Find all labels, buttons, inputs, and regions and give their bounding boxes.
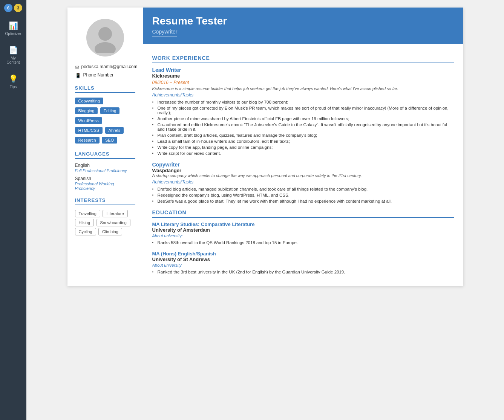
- interest-cycling: Cycling: [75, 228, 96, 235]
- contact-email-row: ✉ poduska.martin@gmail.com: [75, 64, 135, 70]
- bullet-item: Increased the number of monthly visitors…: [152, 99, 454, 105]
- bullet-item: Ranked the 3rd best university in the UK…: [152, 269, 454, 275]
- edu-amsterdam: MA Literary Studies: Comparative Literat…: [152, 221, 454, 246]
- education-title: EDUCATION: [152, 209, 454, 218]
- sidebar-label-tips: Tips: [10, 85, 17, 89]
- bullet-item: Plan content, draft blog articles, quizz…: [152, 132, 454, 138]
- optimizer-icon: 📊: [9, 21, 18, 30]
- language-spanish: Spanish Professional Working Proficiency: [75, 176, 135, 191]
- skill-wordpress: WordPress: [75, 117, 102, 124]
- edu-bullets-st-andrews: Ranked the 3rd best university in the UK…: [152, 269, 454, 275]
- lang-english-name: English: [75, 163, 135, 168]
- bullet-item: Write copy for the app, landing page, an…: [152, 144, 454, 150]
- contact-email: poduska.martin@gmail.com: [81, 64, 138, 69]
- edu-about-st-andrews: About university: [152, 263, 454, 267]
- skill-blogging: Blogging: [75, 107, 98, 114]
- bullet-item: Drafted blog articles, managed publicati…: [152, 186, 454, 192]
- job-bullets-waspdanger: Drafted blog articles, managed publicati…: [152, 186, 454, 204]
- edu-about-amsterdam: About university:: [152, 234, 454, 238]
- interest-climbing: Climbing: [98, 228, 122, 235]
- bullet-item: Write script for our video content.: [152, 150, 454, 156]
- skills-row-1: Copywriting: [75, 97, 135, 105]
- interest-snowboarding: Snowboarding: [97, 219, 130, 226]
- bullet-item: BeeSafe was a good place to start. They …: [152, 198, 454, 204]
- phone-icon: 📱: [75, 73, 81, 78]
- edu-school-amsterdam: University of Amsterdam: [152, 227, 454, 233]
- job-company-waspdanger: Waspdanger: [152, 168, 454, 173]
- sidebar-item-my-content[interactable]: 📄 My Content: [2, 43, 25, 67]
- bullet-item: One of my pieces got corrected by Elon M…: [152, 105, 454, 116]
- avatar: [86, 19, 124, 57]
- skills-row-3: WordPress: [75, 116, 135, 125]
- job-copywriter: Copywriter Waspdanger A startup company …: [152, 162, 454, 204]
- contact-phone-row: 📱 Phone Number: [75, 72, 135, 78]
- contact-phone: Phone Number: [83, 72, 114, 78]
- edu-degree-amsterdam: MA Literary Studies: Comparative Literat…: [152, 221, 454, 227]
- resume-name: Resume Tester: [152, 15, 454, 27]
- edu-school-st-andrews: University of St Andrews: [152, 257, 454, 262]
- job-title-lead-writer: Lead Writer: [152, 67, 454, 73]
- lang-spanish-name: Spanish: [75, 176, 135, 181]
- interests-title: INTERESTS: [75, 197, 135, 205]
- skills-container: Copywriting Blogging Editing WordPress H…: [75, 97, 135, 144]
- skills-row-4: HTML/CSS Ahrefs: [75, 126, 135, 134]
- main-area: ✉ poduska.martin@gmail.com 📱 Phone Numbe…: [26, 0, 504, 420]
- resume-header: Resume Tester Copywriter: [143, 8, 463, 44]
- resume-job-title: Copywriter: [152, 29, 178, 37]
- bullet-item: Lead a small tam of in-house writers and…: [152, 138, 454, 144]
- job-lead-writer: Lead Writer Kickresume 09/2016 – Present…: [152, 67, 454, 156]
- job-desc-waspdanger: A startup company which seeks to change …: [152, 173, 454, 178]
- content-icon: 📄: [9, 46, 18, 55]
- skill-seo: SEO: [102, 137, 117, 144]
- work-experience-title: WORK EXPERIENCE: [152, 55, 454, 63]
- right-content: WORK EXPERIENCE Lead Writer Kickresume 0…: [143, 44, 463, 286]
- language-english: English Full Professional Proficiency: [75, 163, 135, 173]
- skills-title: SKILLS: [75, 85, 135, 93]
- sidebar-item-tips[interactable]: 💡 Tips: [2, 71, 25, 92]
- bullet-item: Redesigned the company's blog, using Wor…: [152, 192, 454, 198]
- job-subtitle-kickresume: Achievements/Tasks: [152, 92, 454, 98]
- bullet-item: Ranks 58th overall in the QS World Ranki…: [152, 240, 454, 246]
- svg-point-0: [98, 27, 112, 41]
- interest-literature: Literature: [103, 210, 127, 217]
- bullet-item: Co-authored and edited Kickresume's eboo…: [152, 122, 454, 132]
- edu-degree-st-andrews: MA (Hons) English/Spanish: [152, 251, 454, 257]
- job-desc-kickresume: Kickresume is a simple resume builder th…: [152, 86, 454, 91]
- interest-travelling: Travelling: [75, 210, 100, 217]
- sidebar-label-optimizer: Optimizer: [5, 32, 21, 36]
- job-company-kickresume: Kickresume: [152, 73, 454, 79]
- job-date-kickresume: 09/2016 – Present: [152, 80, 454, 85]
- sidebar-label-content: My Content: [4, 56, 22, 64]
- interest-hiking: Hiking: [75, 219, 94, 226]
- skills-row-2: Blogging Editing: [75, 107, 135, 115]
- skill-copywriting: Copywriting: [75, 98, 103, 104]
- job-title-copywriter: Copywriter: [152, 162, 454, 168]
- avatar-section: [75, 19, 135, 57]
- sidebar-badges: 6 3: [4, 4, 22, 12]
- job-bullets-kickresume: Increased the number of monthly visitors…: [152, 99, 454, 156]
- lang-english-level: Full Professional Proficiency: [75, 168, 135, 173]
- lang-spanish-level: Professional Working Proficiency: [75, 182, 135, 191]
- edu-st-andrews: MA (Hons) English/Spanish University of …: [152, 251, 454, 275]
- skill-research: Research: [75, 137, 100, 144]
- badge-yellow: 3: [14, 4, 22, 12]
- skill-ahrefs: Ahrefs: [105, 127, 124, 134]
- resume-container: ✉ poduska.martin@gmail.com 📱 Phone Numbe…: [67, 8, 463, 286]
- job-subtitle-waspdanger: Achievements/Tasks: [152, 179, 454, 185]
- badge-blue: 6: [4, 4, 12, 12]
- svg-point-1: [95, 42, 116, 53]
- email-icon: ✉: [75, 64, 79, 70]
- sidebar-item-optimizer[interactable]: 📊 Optimizer: [2, 18, 25, 39]
- tips-icon: 💡: [9, 74, 18, 83]
- skill-html-css: HTML/CSS: [75, 127, 103, 134]
- interests-container: Travelling Literature Hiking Snowboardin…: [75, 209, 135, 236]
- left-panel: ✉ poduska.martin@gmail.com 📱 Phone Numbe…: [67, 8, 143, 286]
- languages-title: LANGUAGES: [75, 151, 135, 159]
- edu-bullets-amsterdam: Ranks 58th overall in the QS World Ranki…: [152, 240, 454, 246]
- skill-editing: Editing: [100, 107, 120, 114]
- sidebar: 6 3 📊 Optimizer 📄 My Content 💡 Tips: [0, 0, 26, 420]
- bullet-item: Another piece of mine was shared by Albe…: [152, 116, 454, 122]
- skills-row-5: Research SEO: [75, 136, 135, 144]
- right-panel: Resume Tester Copywriter WORK EXPERIENCE…: [143, 8, 463, 286]
